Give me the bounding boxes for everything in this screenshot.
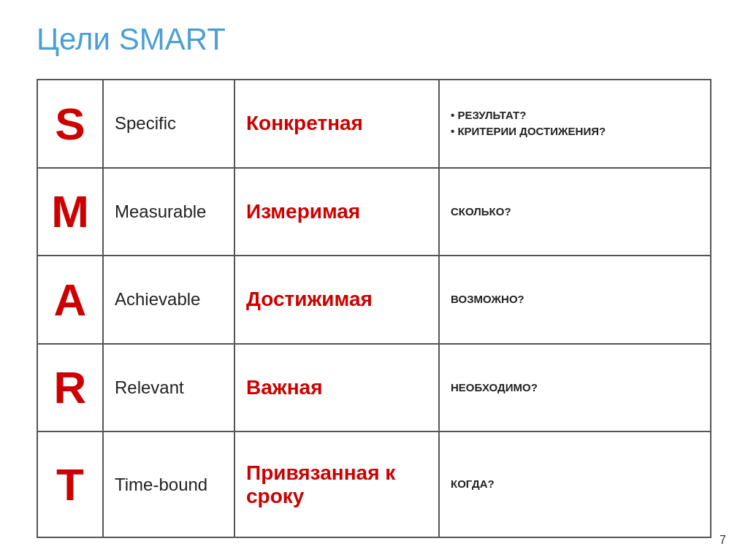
smart-letter: M [37, 168, 103, 256]
smart-letter: R [37, 344, 103, 432]
table-row: SSpecificКонкретная• РЕЗУЛЬТАТ?• КРИТЕРИ… [37, 80, 711, 168]
russian-translation: Важная [234, 344, 439, 432]
english-word: Measurable [103, 168, 234, 256]
smart-table: SSpecificКонкретная• РЕЗУЛЬТАТ?• КРИТЕРИ… [37, 79, 711, 538]
question-text: • РЕЗУЛЬТАТ?• КРИТЕРИИ ДОСТИЖЕНИЯ? [439, 80, 711, 168]
question-text: НЕОБХОДИМО? [439, 344, 711, 432]
question-text: СКОЛЬКО? [439, 168, 711, 256]
table-row: MMeasurableИзмеримаяСКОЛЬКО? [37, 168, 711, 256]
russian-translation: Достижимая [234, 256, 439, 344]
table-row: AAchievableДостижимаяВОЗМОЖНО? [37, 256, 711, 344]
question-text: ВОЗМОЖНО? [439, 256, 711, 344]
english-word: Specific [103, 80, 234, 168]
question-text: КОГДА? [439, 431, 711, 537]
english-word: Achievable [103, 256, 234, 344]
smart-letter: S [37, 80, 103, 168]
table-row: TTime-boundПривязанная к срокуКОГДА? [37, 431, 711, 537]
russian-translation: Привязанная к сроку [234, 431, 439, 537]
page-number: 7 [720, 534, 726, 547]
russian-translation: Конкретная [234, 80, 439, 168]
english-word: Time-bound [103, 431, 234, 537]
english-word: Relevant [103, 344, 234, 432]
page-title: Цели SMART [37, 22, 711, 57]
russian-translation: Измеримая [234, 168, 439, 256]
table-row: RRelevantВажнаяНЕОБХОДИМО? [37, 344, 711, 432]
smart-letter: T [37, 431, 103, 537]
smart-letter: A [37, 256, 103, 344]
page: Цели SMART SSpecificКонкретная• РЕЗУЛЬТА… [0, 0, 748, 560]
